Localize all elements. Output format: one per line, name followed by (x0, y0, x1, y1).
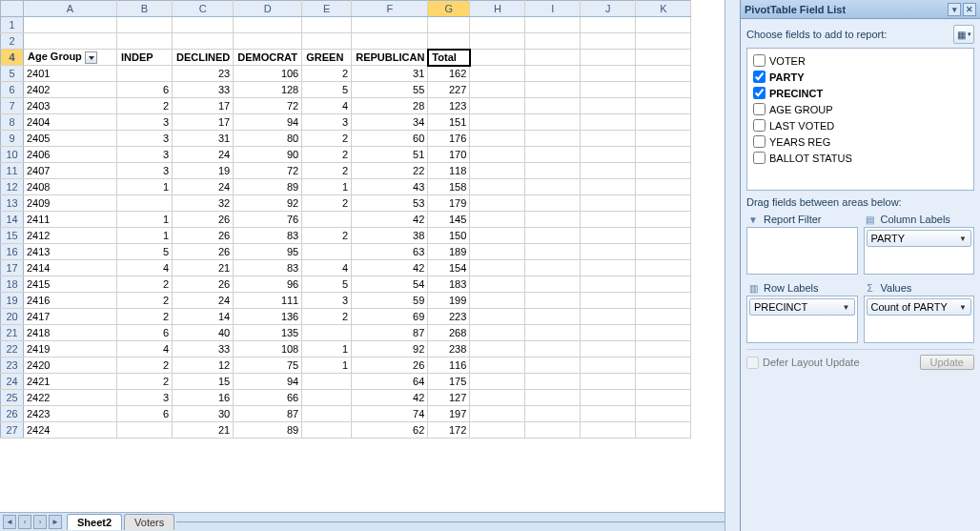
area-row-labels-box[interactable]: PRECINCT▼ (746, 296, 858, 343)
row-header-20[interactable]: 20 (1, 309, 24, 325)
cell[interactable] (117, 66, 173, 82)
cell[interactable]: 150 (428, 228, 470, 244)
cell[interactable]: 69 (352, 309, 428, 325)
cell[interactable]: 223 (428, 309, 470, 325)
row-header-23[interactable]: 23 (1, 357, 24, 374)
cell[interactable] (581, 309, 636, 325)
cell[interactable]: 92 (234, 195, 302, 212)
col-header-J[interactable]: J (581, 1, 636, 17)
cell[interactable]: 53 (352, 195, 428, 212)
cell[interactable]: 12 (173, 357, 234, 374)
cell[interactable]: 2 (117, 293, 173, 309)
cell[interactable] (525, 195, 581, 212)
cell[interactable] (470, 276, 525, 293)
cell[interactable]: 268 (428, 325, 470, 341)
row-header-2[interactable]: 2 (1, 33, 24, 50)
row-header-21[interactable]: 21 (1, 325, 24, 341)
cell[interactable] (470, 374, 525, 390)
cell[interactable]: 2407 (24, 163, 117, 179)
cell[interactable]: 154 (428, 260, 470, 276)
row-header-13[interactable]: 13 (1, 195, 24, 212)
col-header-C[interactable]: C (173, 1, 234, 17)
cell[interactable] (581, 357, 636, 374)
cell[interactable] (525, 212, 581, 228)
cell[interactable]: 59 (352, 293, 428, 309)
cell[interactable] (581, 244, 636, 260)
cell[interactable]: 2416 (24, 293, 117, 309)
cell[interactable] (525, 98, 581, 114)
cell[interactable] (636, 357, 691, 374)
field-PRECINCT[interactable]: PRECINCT (753, 85, 968, 101)
cell[interactable] (470, 179, 525, 195)
cell[interactable] (470, 244, 525, 260)
cell[interactable] (302, 325, 352, 341)
cell[interactable] (24, 33, 117, 50)
cell[interactable]: 2 (302, 309, 352, 325)
cell[interactable]: 151 (428, 114, 470, 131)
cell[interactable] (470, 195, 525, 212)
cell[interactable]: 2401 (24, 66, 117, 82)
row-header-4[interactable]: 4 (1, 50, 24, 66)
cell[interactable]: 2408 (24, 179, 117, 195)
defer-layout-checkbox[interactable]: Defer Layout Update (746, 357, 860, 369)
cell[interactable] (636, 374, 691, 390)
cell[interactable]: 28 (352, 98, 428, 114)
cell[interactable]: 175 (428, 374, 470, 390)
col-header-B[interactable]: B (117, 1, 173, 17)
cell[interactable] (636, 66, 691, 82)
cell[interactable] (470, 309, 525, 325)
cell[interactable] (636, 260, 691, 276)
cell[interactable] (581, 33, 636, 50)
cell[interactable]: 16 (173, 390, 234, 406)
cell[interactable] (117, 195, 173, 212)
pivot-header-cell[interactable]: GREEN (302, 50, 352, 66)
cell[interactable] (525, 357, 581, 374)
cell[interactable]: 83 (234, 260, 302, 276)
pane-menu-icon[interactable]: ▾ (948, 3, 961, 16)
cell[interactable]: 3 (117, 114, 173, 131)
cell[interactable]: 43 (352, 179, 428, 195)
cell[interactable]: 136 (234, 309, 302, 325)
cell[interactable] (470, 66, 525, 82)
sheet-tab-Voters[interactable]: Voters (124, 514, 174, 530)
cell[interactable]: 158 (428, 179, 470, 195)
cell[interactable]: 2424 (24, 422, 117, 439)
cell[interactable]: 15 (173, 374, 234, 390)
cell[interactable]: 162 (428, 66, 470, 82)
cell[interactable] (525, 244, 581, 260)
chevron-down-icon[interactable]: ▼ (959, 303, 967, 312)
field-BALLOT-STATUS[interactable]: BALLOT STATUS (753, 150, 968, 166)
cell[interactable] (636, 179, 691, 195)
sheet-tab-Sheet2[interactable]: Sheet2 (67, 514, 122, 530)
field-PARTY[interactable]: PARTY (753, 69, 968, 85)
cell[interactable]: 2413 (24, 244, 117, 260)
cell[interactable]: 92 (352, 341, 428, 357)
cell[interactable]: 40 (173, 325, 234, 341)
cell[interactable]: 3 (117, 163, 173, 179)
cell[interactable]: 2402 (24, 82, 117, 98)
cell[interactable] (581, 114, 636, 131)
cell[interactable]: 116 (428, 357, 470, 374)
chevron-down-icon[interactable]: ▼ (959, 235, 967, 243)
cell[interactable] (470, 390, 525, 406)
cell[interactable] (581, 293, 636, 309)
cell[interactable]: 26 (173, 276, 234, 293)
cell[interactable] (636, 309, 691, 325)
cell[interactable] (581, 131, 636, 147)
cell[interactable]: 94 (234, 374, 302, 390)
update-button[interactable]: Update (920, 355, 974, 370)
cell[interactable] (470, 82, 525, 98)
cell[interactable] (470, 33, 525, 50)
cell[interactable] (525, 179, 581, 195)
col-header-D[interactable]: D (234, 1, 302, 17)
field-LAST-VOTED[interactable]: LAST VOTED (753, 117, 968, 133)
cell[interactable]: 2412 (24, 228, 117, 244)
cell[interactable]: 2417 (24, 309, 117, 325)
cell[interactable] (24, 17, 117, 33)
cell[interactable]: 5 (117, 244, 173, 260)
chevron-down-icon[interactable] (85, 51, 97, 64)
cell[interactable] (525, 147, 581, 163)
cell[interactable] (581, 390, 636, 406)
cell[interactable]: 87 (234, 406, 302, 422)
cell[interactable] (525, 293, 581, 309)
